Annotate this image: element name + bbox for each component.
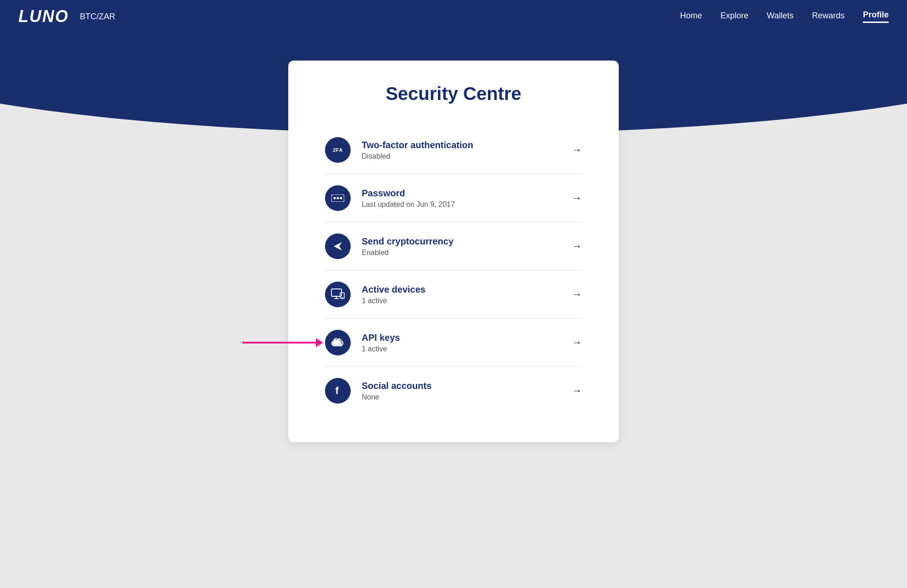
item-subtitle-2fa: Disabled: [362, 152, 563, 161]
devices-icon: [331, 288, 345, 300]
security-item-2fa[interactable]: 2FA Two-factor authentication Disabled →: [325, 126, 582, 174]
icon-active-devices: [325, 282, 351, 307]
icon-social-accounts: f: [325, 378, 351, 404]
svg-point-1: [334, 197, 336, 200]
nav-links: Home Explore Wallets Rewards Profile: [680, 10, 889, 23]
arrow-icon-api-keys: →: [572, 337, 582, 349]
icon-api-keys: [325, 330, 351, 355]
arrow-icon-active-devices: →: [572, 288, 582, 300]
security-item-active-devices[interactable]: Active devices 1 active →: [325, 271, 582, 319]
pink-arrow-head: [316, 338, 323, 347]
navbar: luno BTC/ZAR Home Explore Wallets Reward…: [0, 0, 907, 33]
arrow-icon-social-accounts: →: [572, 385, 582, 397]
security-item-send-crypto[interactable]: Send cryptocurrency Enabled →: [325, 222, 582, 271]
icon-send-crypto: [325, 233, 351, 259]
logo-area: luno BTC/ZAR: [18, 7, 115, 26]
item-text-api-keys: API keys 1 active: [362, 333, 563, 353]
password-dots-icon: [331, 194, 344, 202]
page-title: Security Centre: [325, 83, 582, 104]
item-text-password: Password Last updated on Jun 9, 2017: [362, 188, 563, 209]
svg-point-3: [340, 197, 342, 200]
item-subtitle-social-accounts: None: [362, 393, 563, 401]
cloud-icon: [331, 337, 345, 348]
page-wrapper: Security Centre 2FA Two-factor authentic…: [0, 33, 907, 588]
svg-point-2: [337, 197, 339, 200]
arrow-icon-send-crypto: →: [572, 240, 582, 252]
svg-text:f: f: [335, 385, 339, 396]
item-subtitle-password: Last updated on Jun 9, 2017: [362, 200, 563, 209]
item-title-password: Password: [362, 188, 563, 199]
security-item-password[interactable]: Password Last updated on Jun 9, 2017 →: [325, 174, 582, 222]
nav-profile[interactable]: Profile: [863, 10, 889, 23]
security-item-social-accounts[interactable]: f Social accounts None →: [325, 367, 582, 415]
arrow-icon-2fa: →: [572, 144, 582, 156]
item-text-2fa: Two-factor authentication Disabled: [362, 140, 563, 161]
nav-home[interactable]: Home: [680, 11, 702, 22]
nav-explore[interactable]: Explore: [721, 11, 749, 22]
item-subtitle-send-crypto: Enabled: [362, 249, 563, 257]
nav-rewards[interactable]: Rewards: [812, 11, 845, 22]
pink-arrow: [242, 338, 323, 347]
facebook-icon: f: [332, 385, 343, 397]
item-subtitle-active-devices: 1 active: [362, 297, 563, 305]
icon-password: [325, 185, 351, 211]
item-subtitle-api-keys: 1 active: [362, 345, 563, 353]
annotation-arrow: [242, 338, 323, 347]
item-text-send-crypto: Send cryptocurrency Enabled: [362, 236, 563, 257]
security-item-api-keys[interactable]: API keys 1 active →: [325, 319, 582, 367]
item-title-active-devices: Active devices: [362, 284, 563, 295]
arrow-icon-password: →: [572, 192, 582, 204]
nav-wallets[interactable]: Wallets: [767, 11, 794, 22]
item-text-active-devices: Active devices 1 active: [362, 284, 563, 305]
send-icon: [332, 240, 344, 252]
logo-text: luno: [18, 7, 69, 26]
item-title-2fa: Two-factor authentication: [362, 140, 563, 150]
svg-marker-5: [334, 242, 342, 250]
pink-arrow-line: [242, 342, 316, 344]
item-title-send-crypto: Send cryptocurrency: [362, 236, 563, 247]
security-list: 2FA Two-factor authentication Disabled →: [325, 126, 582, 415]
item-text-social-accounts: Social accounts None: [362, 381, 563, 401]
item-title-api-keys: API keys: [362, 333, 563, 343]
security-card: Security Centre 2FA Two-factor authentic…: [288, 61, 619, 442]
item-title-social-accounts: Social accounts: [362, 381, 563, 391]
icon-2fa: 2FA: [325, 137, 351, 163]
trading-pair: BTC/ZAR: [80, 12, 115, 22]
